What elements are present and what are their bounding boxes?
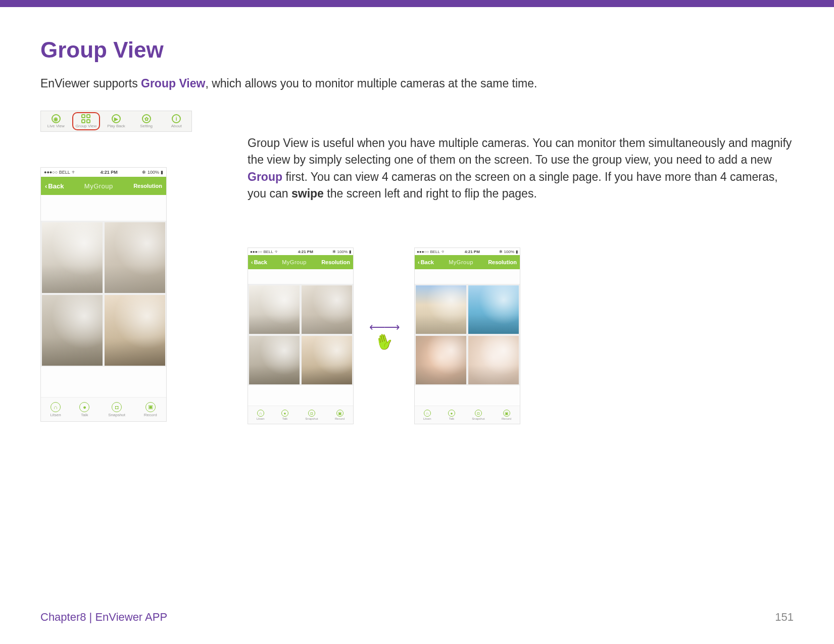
body-filler (248, 385, 353, 406)
snapshot-button[interactable]: ◘Snapshot (472, 410, 484, 420)
double-arrow-icon: ⟵⟶ (369, 322, 399, 333)
btn-label: Talk (81, 413, 88, 417)
back-button[interactable]: ‹Back (418, 259, 434, 265)
chevron-left-icon: ‹ (418, 259, 420, 265)
listen-button[interactable]: ∩Litsen (257, 410, 265, 420)
headphones-icon: ∩ (51, 402, 61, 412)
battery-icon: ▮ (349, 250, 351, 254)
status-time: 4:21 PM (101, 170, 118, 175)
bluetooth-icon: ✻ (499, 250, 503, 254)
btn-label: Litsen (257, 417, 265, 420)
tab-group-view: Group View (71, 111, 102, 131)
camera-tile[interactable] (42, 222, 103, 293)
btn-label: Talk (449, 417, 455, 420)
camera-tile[interactable] (416, 285, 466, 334)
tab-play-back: ▶ Play Back (101, 111, 131, 131)
talk-button[interactable]: ●Talk (281, 410, 288, 420)
wifi-icon: ᯤ (275, 250, 279, 254)
record-button[interactable]: ▣Record (144, 402, 157, 417)
body-spacer (41, 195, 166, 221)
btn-label: Record (144, 413, 157, 417)
camera-tile[interactable] (105, 295, 165, 366)
info-icon: i (172, 114, 181, 123)
talk-button[interactable]: ●Talk (79, 402, 89, 417)
camera-icon: ◘ (475, 410, 482, 417)
status-bar: ●●●○○ BELLᯤ 4:21 PM ✻100%▮ (248, 248, 353, 255)
back-label: Back (254, 259, 267, 265)
camera-tile[interactable] (302, 336, 352, 384)
listen-button[interactable]: ∩Litsen (50, 402, 61, 417)
camera-tile[interactable] (249, 285, 300, 334)
record-button[interactable]: ▣Record (502, 410, 511, 420)
camera-icon: ◘ (112, 402, 122, 412)
camera-grid (415, 284, 520, 385)
nav-title: MyGroup (64, 182, 133, 190)
camera-tile[interactable] (468, 285, 519, 334)
hand-icon: ✋ (373, 331, 396, 353)
resolution-button[interactable]: Resolution (321, 259, 350, 265)
btn-label: Snapshot (472, 417, 484, 420)
body-spacer (415, 269, 520, 284)
gear-icon: ✿ (142, 114, 151, 123)
camera-tile[interactable] (468, 336, 519, 384)
app-tab-strip: ◉ Live View Group View ▶ Play Back ✿ Set… (40, 111, 192, 132)
page-number: 151 (775, 611, 794, 624)
status-time: 4:21 PM (465, 250, 480, 254)
snapshot-button[interactable]: ◘Snapshot (108, 402, 125, 417)
back-label: Back (421, 259, 434, 265)
intro-text: EnViewer supports Group View, which allo… (40, 77, 794, 90)
btn-label: Record (502, 417, 511, 420)
talk-button[interactable]: ●Talk (448, 410, 455, 420)
back-button[interactable]: ‹Back (251, 259, 267, 265)
play-icon: ▶ (112, 114, 121, 123)
bluetooth-icon: ✻ (332, 250, 336, 254)
resolution-button[interactable]: Resolution (488, 259, 517, 265)
battery-pct: 100% (504, 250, 514, 254)
back-button[interactable]: ‹Back (45, 182, 64, 190)
camera-tile[interactable] (105, 222, 165, 293)
phone-page2: ●●●○○ BELLᯤ 4:21 PM ✻100%▮ ‹Back MyGroup… (414, 247, 520, 424)
page-content: Group View EnViewer supports Group View,… (0, 7, 834, 644)
record-icon: ▣ (145, 402, 156, 412)
phone-page1: ●●●○○ BELLᯤ 4:21 PM ✻100%▮ ‹Back MyGroup… (248, 247, 354, 424)
para-group: Group (248, 170, 282, 183)
status-time: 4:21 PM (298, 250, 313, 254)
resolution-button[interactable]: Resolution (133, 183, 162, 189)
nav-title: MyGroup (267, 259, 321, 265)
camera-tile[interactable] (416, 336, 466, 384)
swipe-illustration: ●●●○○ BELLᯤ 4:21 PM ✻100%▮ ‹Back MyGroup… (248, 247, 794, 424)
swipe-gesture-icon: ⟵⟶ ✋ (369, 321, 399, 351)
para-t1: Group View is useful when you have multi… (248, 136, 792, 166)
carrier: ●●●○○ BELL (44, 170, 70, 175)
battery-pct: 100% (148, 170, 159, 175)
listen-button[interactable]: ∩Litsen (423, 410, 431, 420)
phone-nav: ‹Back MyGroup Resolution (415, 255, 520, 269)
intro-pre: EnViewer supports (40, 77, 141, 90)
phone-nav: ‹Back MyGroup Resolution (41, 177, 166, 195)
status-right: ✻ 100% ▮ (142, 170, 163, 175)
left-column: ◉ Live View Group View ▶ Play Back ✿ Set… (40, 111, 192, 424)
record-icon: ▣ (336, 410, 344, 417)
wifi-icon: ᯤ (72, 170, 76, 175)
tab-label: Play Back (107, 124, 125, 128)
headphones-icon: ∩ (257, 410, 264, 417)
record-icon: ▣ (503, 410, 510, 417)
page-title: Group View (40, 37, 794, 63)
mic-icon: ● (281, 410, 288, 417)
phone-bottom-bar: ∩Litsen ●Talk ◘Snapshot ▣Record (41, 397, 166, 421)
main-paragraph: Group View is useful when you have multi… (248, 135, 793, 202)
chevron-left-icon: ‹ (45, 182, 47, 190)
phone-bottom-bar: ∩Litsen ●Talk ◘Snapshot ▣Record (415, 406, 520, 424)
btn-label: Litsen (423, 417, 431, 420)
camera-tile[interactable] (249, 336, 300, 384)
tab-setting: ✿ Setting (131, 111, 162, 131)
snapshot-button[interactable]: ◘Snapshot (305, 410, 318, 420)
target-icon: ◉ (52, 114, 61, 123)
intro-accent: Group View (141, 77, 205, 90)
right-column: Group View is useful when you have multi… (248, 111, 794, 424)
camera-tile[interactable] (42, 295, 103, 366)
record-button[interactable]: ▣Record (335, 410, 345, 420)
tab-label: Setting (140, 124, 153, 128)
body-filler (415, 385, 520, 406)
camera-tile[interactable] (302, 285, 352, 334)
